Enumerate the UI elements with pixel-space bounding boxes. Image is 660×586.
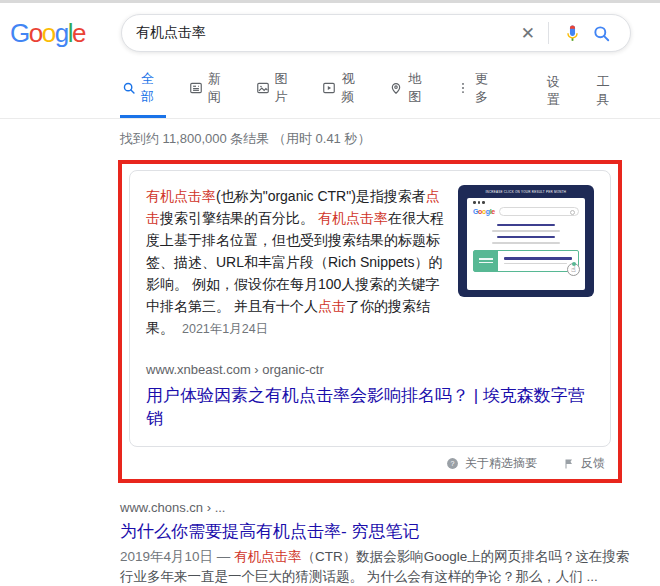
toolbar-link-settings[interactable]: 设置 — [547, 67, 571, 118]
tab-videos[interactable]: 视频 — [320, 64, 366, 118]
search-bar-divider — [548, 22, 549, 44]
snippet-breadcrumb[interactable]: www.xnbeast.com › organic-ctr — [146, 362, 594, 377]
tab-more[interactable]: 更多 — [454, 64, 500, 118]
tab-label: 更多 — [475, 70, 498, 106]
snippet-thumbnail-image[interactable]: INCREASE CLICK ON YOUR RESULT PER MONTH … — [458, 185, 594, 297]
highlighted-term: 有机点击率 — [318, 210, 388, 226]
clear-icon[interactable]: ✕ — [517, 25, 539, 42]
videos-icon — [322, 81, 336, 95]
tab-label: 地图 — [408, 70, 431, 106]
search-header: Google ✕ — [0, 3, 660, 52]
snippet-text: (也称为"organic CTR")是指搜索者 — [216, 188, 426, 204]
logo-letter: o — [42, 18, 55, 48]
tab-label: 图片 — [275, 70, 298, 106]
snippet-date: 2021年1月24日 — [182, 322, 268, 336]
highlighted-term: 点击 — [318, 298, 346, 314]
result-snippet: 2019年4月10日 — 有机点击率（CTR）数据会影响Google上的网页排名… — [120, 547, 640, 586]
logo-letter: e — [491, 208, 495, 215]
search-bar[interactable]: ✕ — [121, 14, 631, 52]
search-icon — [122, 81, 136, 95]
cursor-icon: ☝ — [567, 263, 580, 276]
search-result: www.chons.cn › ... ▼ 为什么你需要提高有机点击率- 穷思笔记… — [120, 500, 640, 586]
tab-maps[interactable]: 地图 — [387, 64, 433, 118]
mini-search-bar — [499, 207, 579, 216]
more-icon — [456, 81, 470, 95]
tab-label: 新闻 — [208, 70, 231, 106]
logo-letter: g — [55, 18, 68, 48]
feedback-link[interactable]: 反馈 — [563, 455, 605, 472]
red-annotation-box: 有机点击率(也称为"organic CTR")是指搜索者点击搜索引擎结果的百分比… — [118, 160, 622, 483]
microphone-icon[interactable] — [558, 24, 587, 43]
highlighted-term: 有机点击率 — [234, 549, 302, 564]
tab-label: 全部 — [141, 70, 164, 106]
thumbnail-browser-mockup: Google ☝ — [467, 198, 585, 290]
featured-snippet-text: 有机点击率(也称为"organic CTR")是指搜索者点击搜索引擎结果的百分比… — [146, 185, 458, 340]
skeleton-lines — [473, 224, 579, 244]
tab-all[interactable]: 全部 — [120, 64, 166, 118]
search-icon[interactable] — [587, 24, 616, 43]
thumbnail-caption: INCREASE CLICK ON YOUR RESULT PER MONTH — [486, 190, 567, 193]
snippet-title-link[interactable]: 用户体验因素之有机点击率会影响排名吗？ | 埃克森数字营销 — [146, 384, 594, 430]
question-circle-icon: ? — [446, 457, 459, 470]
flag-icon — [563, 458, 575, 470]
featured-snippet-card: 有机点击率(也称为"organic CTR")是指搜索者点击搜索引擎结果的百分比… — [129, 170, 611, 447]
result-breadcrumb[interactable]: www.chons.cn › ... ▼ — [120, 500, 640, 515]
maps-icon — [389, 81, 403, 95]
logo-letter: o — [29, 18, 42, 48]
tab-news[interactable]: 新闻 — [187, 64, 233, 118]
results-tabbar: 全部 新闻 图片 视频 地图 更多 — [0, 64, 660, 119]
google-logo[interactable]: Google — [10, 20, 85, 46]
news-icon — [189, 81, 203, 95]
result-stats: 找到约 11,800,000 条结果 （用时 0.41 秒） — [120, 130, 660, 148]
green-label-box — [474, 251, 498, 271]
logo-letter: G — [10, 18, 29, 48]
snippet-footer: ? 关于精选摘要 反馈 — [129, 447, 611, 476]
snippet-text: 搜索引擎结果的百分比。 — [160, 210, 318, 226]
search-input[interactable] — [136, 25, 517, 41]
organic-results-list: www.chons.cn › ... ▼ 为什么你需要提高有机点击率- 穷思笔记… — [120, 500, 640, 586]
tab-images[interactable]: 图片 — [254, 64, 300, 118]
highlighted-term: 有机点击率 — [146, 188, 216, 204]
images-icon — [256, 81, 270, 95]
toolbar-link-tools[interactable]: 工具 — [596, 67, 620, 118]
mini-google-logo: Google — [473, 208, 495, 215]
date-text: 2019年4月10日 — — [120, 549, 234, 564]
about-featured-snippets-link[interactable]: ? 关于精选摘要 — [446, 455, 537, 472]
tab-label: 视频 — [341, 70, 364, 106]
result-title-link[interactable]: 为什么你需要提高有机点击率- 穷思笔记 — [120, 520, 640, 543]
logo-letter: e — [72, 18, 85, 48]
window-dots — [473, 201, 579, 204]
svg-text:?: ? — [451, 460, 455, 467]
highlighted-result-row: ☝ — [473, 250, 579, 272]
